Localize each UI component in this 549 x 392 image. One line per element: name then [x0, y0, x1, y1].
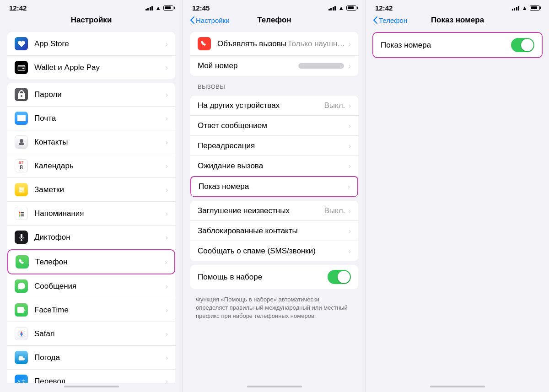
messages-chevron: › [166, 283, 168, 290]
appstore-label: App Store [34, 39, 164, 48]
list-item-contacts[interactable]: Контакты › [7, 130, 175, 154]
phone-section2: На других устройствах Выкл. › Ответ сооб… [190, 96, 358, 197]
mynumber-value [298, 63, 344, 69]
otherdevices-label: На других устройствах [198, 101, 324, 110]
status-bar-1: 12:42 ▲ [0, 0, 183, 14]
appstore-icon [15, 37, 28, 50]
passwords-icon [15, 88, 28, 101]
passwords-label: Пароли [34, 90, 164, 99]
nav-bar-2: Настройки Телефон [183, 14, 366, 28]
callwait-chevron: › [349, 162, 351, 170]
dialassist-toggle[interactable] [328, 270, 351, 284]
contacts-label: Контакты [34, 138, 164, 147]
svg-rect-1 [22, 68, 24, 69]
phone-scroll[interactable]: Объявлять вызовы Только наушн… › Мой ном… [183, 28, 366, 383]
replymsg-chevron: › [349, 122, 351, 129]
list-item-mynumber[interactable]: Мой номер › [190, 56, 358, 76]
list-item-shownumber-phone[interactable]: Показ номера › [190, 176, 358, 197]
list-item-translate[interactable]: A文 Перевод › [7, 370, 175, 383]
list-item-otherdevices[interactable]: На других устройствах Выкл. › [190, 96, 358, 116]
panel-shownumber: 12:42 ▲ Телефон Показ номера [366, 0, 549, 392]
back-to-settings[interactable]: Настройки [190, 16, 230, 24]
section-top-apps: App Store › Wallet и Apple Pay › [7, 32, 175, 79]
back-label-2: Настройки [196, 16, 230, 24]
list-item-dialassist[interactable]: Помощь в наборе [190, 265, 358, 289]
list-item-blockedcontacts[interactable]: Заблокированные контакты › [190, 221, 358, 241]
wallet-chevron: › [166, 64, 168, 71]
phone-section1: Объявлять вызовы Только наушн… › Мой ном… [190, 32, 358, 76]
panel-settings: 12:42 ▲ Настройки [0, 0, 183, 392]
silenceunknown-label: Заглушение неизвестных [198, 206, 324, 215]
phone-section3: Заглушение неизвестных Выкл. › Заблокиро… [190, 201, 358, 261]
notes-icon [15, 183, 28, 196]
facetime-chevron: › [166, 306, 168, 314]
silenceunknown-chevron: › [349, 207, 351, 215]
safari-chevron: › [166, 330, 168, 338]
list-item-reportspam[interactable]: Сообщать о спаме (SMS/звонки) › [190, 241, 358, 261]
nav-bar-1: Настройки [0, 14, 183, 28]
reminders-icon [15, 207, 28, 220]
list-item-passwords[interactable]: Пароли › [7, 83, 175, 107]
list-item-callwait[interactable]: Ожидание вызова › [190, 156, 358, 176]
blockedcontacts-chevron: › [349, 227, 351, 235]
wifi-icon-2: ▲ [338, 5, 344, 11]
list-item-phone[interactable]: Телефон › [7, 249, 175, 274]
phone-chevron: › [165, 258, 167, 266]
wifi-icon-1: ▲ [155, 5, 161, 11]
list-item-appstore[interactable]: App Store › [7, 32, 175, 56]
list-item-forward[interactable]: Переадресация › [190, 136, 358, 156]
shownumber-label-phone: Показ номера [199, 182, 346, 191]
list-item-announce[interactable]: Объявлять вызовы Только наушн… › [190, 32, 358, 56]
svg-point-6 [19, 213, 20, 215]
reminders-label: Напоминания [34, 209, 164, 218]
battery-icon-3 [530, 5, 540, 11]
shownumber-toggle[interactable] [511, 38, 534, 52]
dialassist-footer: Функция «Помощь в наборе» автоматически … [183, 293, 366, 324]
list-item-silenceunknown[interactable]: Заглушение неизвестных Выкл. › [190, 201, 358, 221]
mynumber-chevron: › [349, 62, 351, 70]
calendar-chevron: › [166, 162, 168, 170]
dialassist-label: Помощь в наборе [198, 273, 328, 282]
home-indicator-3 [366, 383, 549, 392]
nav-bar-3: Телефон Показ номера [366, 14, 549, 28]
settings-scroll[interactable]: App Store › Wallet и Apple Pay › [0, 28, 183, 383]
back-to-phone[interactable]: Телефон [373, 16, 407, 24]
otherdevices-chevron: › [349, 102, 351, 109]
list-item-messages[interactable]: Сообщения › [7, 274, 175, 298]
list-item-mail[interactable]: Почта › [7, 107, 175, 130]
list-item-shownumber-toggle[interactable]: Показ номера [373, 33, 542, 57]
list-item-safari[interactable]: Safari › [7, 322, 175, 346]
shownumber-scroll[interactable]: Показ номера [366, 28, 549, 383]
messages-icon [15, 279, 28, 293]
list-item-notes[interactable]: Заметки › [7, 178, 175, 202]
list-item-reminders[interactable]: Напоминания › [7, 202, 175, 226]
list-item-calendar[interactable]: ВТ 8 Календарь › [7, 154, 175, 178]
wallet-icon [15, 61, 28, 74]
time-1: 12:42 [9, 4, 27, 12]
shownumber-section: Показ номера [372, 32, 543, 58]
list-item-replymsg[interactable]: Ответ сообщением › [190, 116, 358, 136]
blockedcontacts-label: Заблокированные контакты [198, 226, 347, 236]
announce-label: Объявлять вызовы [217, 39, 287, 48]
status-bar-3: 12:42 ▲ [366, 0, 549, 14]
mynumber-label: Мой номер [198, 61, 298, 70]
phone-icon [16, 255, 29, 268]
time-2: 12:45 [192, 4, 210, 12]
signal-icon-2 [328, 5, 336, 11]
mail-icon [15, 112, 28, 125]
status-icons-2: ▲ [328, 5, 356, 11]
facetime-icon [15, 303, 28, 317]
list-item-weather[interactable]: Погода › [7, 346, 175, 370]
contacts-chevron: › [166, 139, 168, 146]
svg-point-8 [19, 215, 20, 216]
phone-label: Телефон [35, 258, 163, 267]
list-item-facetime[interactable]: FaceTime › [7, 298, 175, 322]
translate-label: Перевод [34, 377, 164, 383]
shownumber-chevron-phone: › [348, 183, 350, 190]
forward-chevron: › [349, 142, 351, 150]
home-indicator-1 [0, 383, 183, 392]
list-item-wallet[interactable]: Wallet и Apple Pay › [7, 56, 175, 79]
svg-text:文: 文 [22, 379, 26, 383]
svg-text:A: A [17, 379, 20, 383]
list-item-dictaphone[interactable]: Диктофон › [7, 226, 175, 249]
